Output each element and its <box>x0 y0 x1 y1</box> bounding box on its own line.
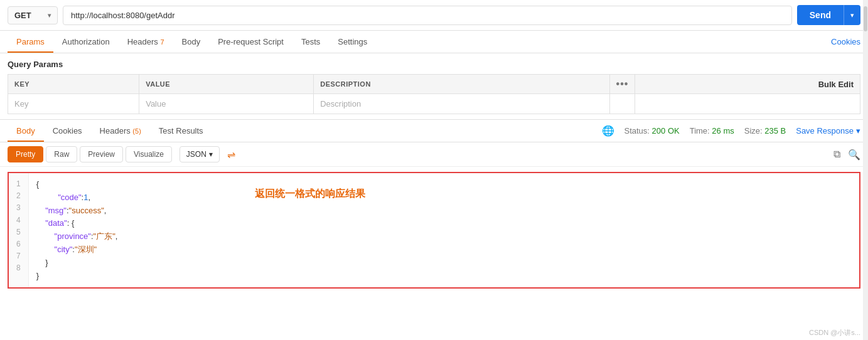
response-toolbar: Pretty Raw Preview Visualize JSON ▾ ⇌ ⧉ … <box>0 142 868 167</box>
col-header-dots: ••• <box>609 75 635 94</box>
bulk-cell <box>635 94 860 114</box>
url-bar: GET ▾ Send ▾ <box>0 0 868 31</box>
annotation: 返回统一格式的响应结果 <box>255 186 365 202</box>
format-select[interactable]: JSON ▾ <box>179 146 220 162</box>
tab-authorization[interactable]: Authorization <box>53 31 119 53</box>
col-header-bulk: Bulk Edit <box>635 75 860 94</box>
query-params-title: Query Params <box>8 60 860 69</box>
status-text: Status: 200 OK <box>624 126 680 135</box>
send-button[interactable]: Send <box>797 5 844 25</box>
time-text: Time: 26 ms <box>690 126 734 135</box>
tab-params[interactable]: Params <box>8 31 53 53</box>
col-header-key: KEY <box>8 75 139 94</box>
toolbar-right: ⧉ 🔍 <box>833 149 860 161</box>
tab-tests[interactable]: Tests <box>292 31 329 53</box>
view-preview-button[interactable]: Preview <box>80 146 123 162</box>
key-cell[interactable]: Key <box>8 94 139 114</box>
tab-response-headers[interactable]: Headers (5) <box>91 120 150 142</box>
tab-test-results[interactable]: Test Results <box>150 120 212 142</box>
table-row: Key Value Description <box>8 94 860 114</box>
tab-response-body[interactable]: Body <box>8 120 44 142</box>
chevron-down-icon: ▾ <box>209 150 213 159</box>
bottom-tab-bar: Body Cookies Headers (5) Test Results 🌐 … <box>0 120 868 142</box>
search-icon[interactable]: 🔍 <box>848 149 860 161</box>
view-raw-button[interactable]: Raw <box>46 146 77 162</box>
query-params-section: Query Params KEY VALUE DESCRIPTION ••• B… <box>0 53 868 114</box>
chevron-down-icon: ▾ <box>856 126 860 135</box>
code-line-8: } <box>36 270 852 283</box>
dots-icon: ••• <box>616 78 629 89</box>
save-response-button[interactable]: Save Response ▾ <box>796 126 860 135</box>
view-visualize-button[interactable]: Visualize <box>126 146 172 162</box>
tab-headers[interactable]: Headers 7 <box>119 31 173 53</box>
code-line-1: { <box>36 178 852 191</box>
tab-body[interactable]: Body <box>173 31 210 53</box>
tab-response-cookies[interactable]: Cookies <box>44 120 91 142</box>
code-line-2: "code": 1, <box>36 191 852 205</box>
tab-settings[interactable]: Settings <box>329 31 376 53</box>
size-text: Size: 235 B <box>744 126 786 135</box>
view-pretty-button[interactable]: Pretty <box>8 146 43 162</box>
send-button-container: Send ▾ <box>797 5 860 25</box>
description-cell[interactable]: Description <box>314 94 609 114</box>
col-header-value: VALUE <box>139 75 314 94</box>
col-header-description: DESCRIPTION <box>314 75 609 94</box>
code-line-5: "province": "广东", <box>36 230 852 243</box>
bulk-edit-button[interactable]: Bulk Edit <box>818 80 854 89</box>
code-line-4: "data": { <box>36 217 852 230</box>
code-box: 1 2 3 4 5 6 7 8 { "code": 1, "msg": "suc… <box>8 172 860 289</box>
code-line-7: } <box>36 257 852 270</box>
code-content: { "code": 1, "msg": "success", "data": {… <box>29 173 859 287</box>
wrap-icon[interactable]: ⇌ <box>227 149 235 161</box>
format-label: JSON <box>186 150 206 159</box>
method-label: GET <box>14 11 31 20</box>
scrollbar[interactable] <box>863 0 868 340</box>
params-table: KEY VALUE DESCRIPTION ••• Bulk Edit Key … <box>8 74 860 114</box>
tab-pre-request-script[interactable]: Pre-request Script <box>209 31 292 53</box>
value-cell[interactable]: Value <box>139 94 314 114</box>
line-numbers: 1 2 3 4 5 6 7 8 <box>9 173 29 287</box>
url-input[interactable] <box>63 6 792 25</box>
code-line-3: "msg": "success", <box>36 205 852 218</box>
scrollbar-thumb <box>864 6 867 31</box>
code-line-6: "city": "深圳" <box>36 243 852 257</box>
top-tab-bar: Params Authorization Headers 7 Body Pre-… <box>0 31 868 53</box>
send-dropdown-button[interactable]: ▾ <box>844 5 860 25</box>
cookies-link[interactable]: Cookies <box>831 37 860 46</box>
dots-cell <box>609 94 635 114</box>
method-select[interactable]: GET ▾ <box>8 6 58 24</box>
response-status: 🌐 Status: 200 OK Time: 26 ms Size: 235 B… <box>602 125 861 137</box>
watermark: CSDN @小讲s... <box>809 328 860 337</box>
globe-icon: 🌐 <box>602 125 614 137</box>
copy-icon[interactable]: ⧉ <box>833 149 840 160</box>
chevron-down-icon: ▾ <box>48 12 51 19</box>
